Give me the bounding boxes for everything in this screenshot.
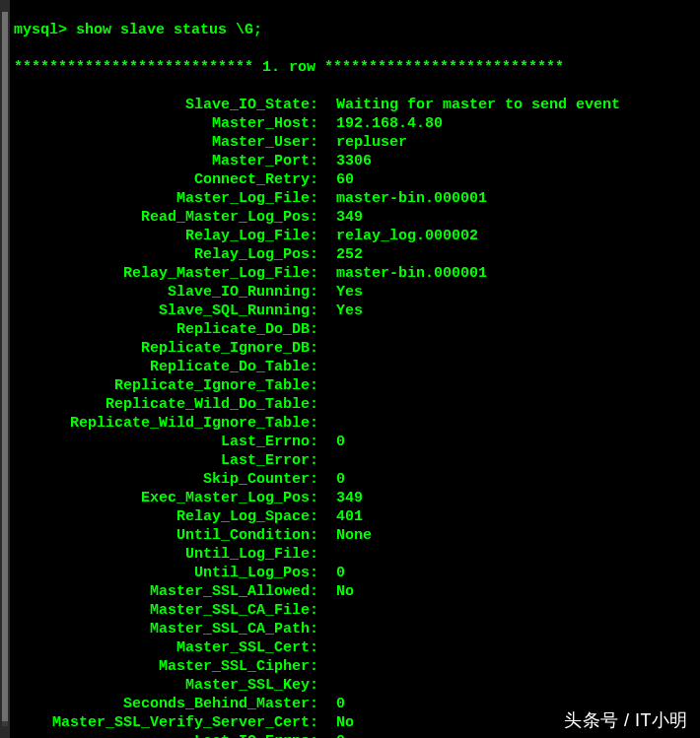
status-field-row: Master_Host: 192.168.4.80 (14, 114, 696, 133)
prompt-line: mysql> show slave status \G; (14, 21, 696, 39)
status-field-row: Master_Port: 3306 (14, 152, 696, 170)
field-value: 349 (336, 489, 363, 507)
field-value: 0 (336, 433, 345, 451)
status-field-row: Master_SSL_CA_Path: (14, 620, 696, 638)
field-colon: : (310, 638, 336, 657)
field-key: Until_Condition (14, 526, 310, 545)
field-key: Slave_IO_Running (14, 283, 310, 302)
field-colon: : (310, 227, 336, 245)
field-value: repluser (336, 133, 407, 152)
field-key: Until_Log_File (14, 545, 310, 564)
field-colon: : (310, 526, 336, 545)
field-colon: : (310, 189, 336, 208)
field-value: 60 (336, 170, 354, 189)
field-key: Read_Master_Log_Pos (14, 208, 310, 227)
field-key: Seconds_Behind_Master (14, 695, 310, 713)
field-value: 252 (336, 245, 363, 264)
status-field-row: Relay_Log_Pos: 252 (14, 245, 696, 264)
field-colon: : (310, 170, 336, 189)
field-value: relay_log.000002 (336, 227, 478, 245)
field-key: Replicate_Do_Table (14, 358, 310, 376)
status-field-row: Skip_Counter: 0 (14, 470, 696, 489)
field-colon: : (310, 133, 336, 152)
field-colon: : (310, 433, 336, 451)
status-field-row: Replicate_Wild_Ignore_Table: (14, 414, 696, 433)
field-colon: : (310, 545, 336, 564)
field-value: master-bin.000001 (336, 189, 487, 208)
scrollbar-thumb[interactable] (2, 12, 8, 721)
field-key: Master_User (14, 133, 310, 152)
status-field-row: Until_Condition: None (14, 526, 696, 545)
field-value: Yes (336, 302, 363, 320)
field-key: Last_Error (14, 451, 310, 470)
field-key: Master_SSL_CA_Path (14, 620, 310, 638)
status-field-row: Master_User: repluser (14, 133, 696, 152)
field-key: Slave_SQL_Running (14, 302, 310, 320)
field-colon: : (310, 208, 336, 227)
field-key: Until_Log_Pos (14, 564, 310, 582)
status-field-row: Last_Error: (14, 451, 696, 470)
status-field-row: Master_SSL_Key: (14, 676, 696, 695)
field-colon: : (310, 601, 336, 620)
field-colon: : (310, 507, 336, 526)
field-value: No (336, 582, 354, 601)
field-key: Last_Errno (14, 433, 310, 451)
status-field-row: Master_SSL_Allowed: No (14, 582, 696, 601)
field-key: Last_IO_Errno (14, 732, 310, 738)
field-value: 3306 (336, 152, 372, 170)
field-key: Master_Port (14, 152, 310, 170)
field-key: Relay_Log_File (14, 227, 310, 245)
vertical-scrollbar[interactable] (0, 0, 10, 738)
field-colon: : (310, 358, 336, 376)
status-field-row: Last_IO_Errno: 0 (14, 732, 696, 738)
field-key: Master_SSL_Cipher (14, 657, 310, 676)
field-colon: : (310, 245, 336, 264)
status-field-row: Read_Master_Log_Pos: 349 (14, 208, 696, 227)
status-field-row: Replicate_Do_DB: (14, 320, 696, 339)
mysql-prompt: mysql> (14, 21, 67, 39)
field-colon: : (310, 283, 336, 302)
status-field-row: Exec_Master_Log_Pos: 349 (14, 489, 696, 507)
status-field-row: Master_SSL_CA_File: (14, 601, 696, 620)
status-field-row: Master_SSL_Cipher: (14, 657, 696, 676)
field-colon: : (310, 582, 336, 601)
row-separator: *************************** 1. row *****… (14, 58, 696, 77)
field-value: 401 (336, 507, 363, 526)
field-colon: : (310, 114, 336, 133)
command-text: show slave status \G; (76, 21, 262, 39)
field-key: Skip_Counter (14, 470, 310, 489)
field-key: Master_Log_File (14, 189, 310, 208)
status-field-row: Slave_SQL_Running: Yes (14, 302, 696, 320)
status-field-row: Relay_Master_Log_File: master-bin.000001 (14, 264, 696, 283)
status-field-row: Connect_Retry: 60 (14, 170, 696, 189)
field-key: Master_SSL_Allowed (14, 582, 310, 601)
status-field-row: Relay_Log_Space: 401 (14, 507, 696, 526)
field-colon: : (310, 320, 336, 339)
field-key: Replicate_Ignore_DB (14, 339, 310, 358)
field-key: Exec_Master_Log_Pos (14, 489, 310, 507)
status-field-row: Replicate_Ignore_DB: (14, 339, 696, 358)
field-key: Master_SSL_Cert (14, 638, 310, 657)
field-key: Replicate_Wild_Ignore_Table (14, 414, 310, 433)
field-colon: : (310, 302, 336, 320)
field-colon: : (310, 489, 336, 507)
field-value: 0 (336, 564, 345, 582)
status-field-row: Replicate_Do_Table: (14, 358, 696, 376)
status-field-row: Master_SSL_Cert: (14, 638, 696, 657)
field-key: Relay_Log_Space (14, 507, 310, 526)
field-value: 192.168.4.80 (336, 114, 443, 133)
field-key: Master_SSL_CA_File (14, 601, 310, 620)
field-colon: : (310, 395, 336, 414)
status-field-row: Slave_IO_State: Waiting for master to se… (14, 96, 696, 114)
watermark-text: 头条号 / IT小明 (564, 711, 688, 730)
field-key: Replicate_Do_DB (14, 320, 310, 339)
field-colon: : (310, 264, 336, 283)
field-key: Slave_IO_State (14, 96, 310, 114)
field-value: 349 (336, 208, 363, 227)
field-key: Replicate_Wild_Do_Table (14, 395, 310, 414)
field-colon: : (310, 713, 336, 732)
field-key: Relay_Log_Pos (14, 245, 310, 264)
status-fields: Slave_IO_State: Waiting for master to se… (14, 96, 696, 738)
field-value: Waiting for master to send event (336, 96, 620, 114)
field-colon: : (310, 732, 336, 738)
